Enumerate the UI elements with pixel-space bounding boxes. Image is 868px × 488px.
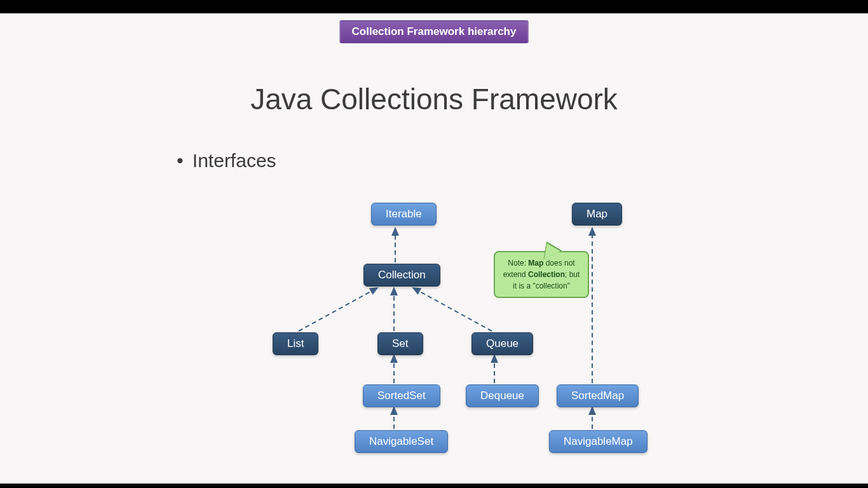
node-navigablemap: NavigableMap [549, 430, 648, 453]
callout-map-note: Note: Map does not extend Collection; bu… [494, 251, 589, 298]
main-title: Java Collections Framework [0, 82, 868, 116]
svg-line-4 [413, 288, 492, 331]
node-sortedset: SortedSet [363, 384, 440, 407]
callout-bold-map: Map [528, 259, 543, 268]
node-dequeue: Dequeue [466, 384, 539, 407]
node-map: Map [572, 203, 622, 226]
slide: Collection Framework hierarchy Java Coll… [0, 13, 868, 484]
node-collection: Collection [363, 264, 440, 287]
node-queue: Queue [471, 332, 533, 355]
header-banner: Collection Framework hierarchy [340, 20, 529, 43]
diagram-container: Iterable Collection List Set Queue Sorte… [0, 191, 868, 484]
svg-line-2 [299, 288, 377, 331]
node-iterable: Iterable [371, 203, 437, 226]
callout-bold-collection: Collection [528, 270, 565, 279]
node-sortedmap: SortedMap [557, 384, 639, 407]
bullet-interfaces: Interfaces [191, 150, 276, 172]
node-list: List [273, 332, 318, 355]
node-set: Set [377, 332, 423, 355]
node-navigableset: NavigableSet [355, 430, 448, 453]
callout-text-1: Note: [508, 259, 528, 268]
